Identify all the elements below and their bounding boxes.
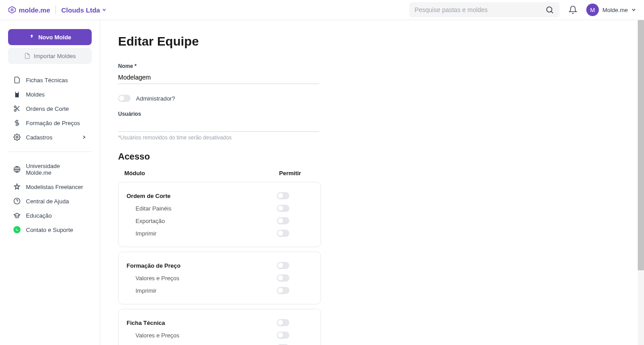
svg-marker-0 — [9, 7, 16, 13]
whatsapp-icon — [13, 226, 21, 233]
sidebar-item-universidade-molde.me[interactable]: Universidade Molde.me — [8, 159, 92, 180]
chevron-right-icon — [82, 135, 86, 139]
svg-line-3 — [551, 11, 553, 13]
module-toggle[interactable] — [277, 332, 289, 339]
module-toggle[interactable] — [277, 230, 289, 237]
module-toggle[interactable] — [277, 192, 289, 199]
col-allow: Permitir — [279, 170, 315, 177]
logo[interactable]: molde.me — [8, 6, 50, 14]
users-field-group: Usuários *Usuários removidos do time ser… — [118, 111, 319, 141]
new-mold-label: Novo Molde — [38, 34, 72, 41]
avatar: M — [586, 4, 599, 16]
sidebar: Novo Molde Importar Moldes Fichas Técnic… — [0, 20, 100, 345]
sidebar-item-educação[interactable]: Educação — [8, 208, 92, 223]
sidebar-item-label: Cadastros — [26, 134, 52, 141]
module-row: Imprimir — [127, 284, 313, 297]
module-child-name: Imprimir — [127, 287, 277, 294]
user-menu[interactable]: M Molde.me — [586, 4, 636, 16]
module-toggle[interactable] — [277, 319, 289, 326]
sidebar-item-label: Educação — [26, 212, 52, 219]
svg-point-4 — [14, 106, 16, 108]
module-toggle[interactable] — [277, 274, 289, 282]
import-molds-button[interactable]: Importar Moldes — [8, 48, 92, 64]
module-name: Formação de Preço — [127, 262, 277, 269]
name-field-group: Nome * — [118, 63, 319, 84]
scrollbar-track[interactable] — [638, 20, 644, 345]
chevron-down-icon — [631, 8, 636, 12]
module-row: Exportação — [127, 215, 313, 227]
svg-point-9 — [16, 136, 18, 138]
header-left: molde.me Clouds Ltda — [8, 6, 106, 14]
module-row: Editar Painéis — [127, 202, 313, 215]
users-hint: *Usuários removidos do time serão desati… — [118, 135, 319, 141]
access-title: Acesso — [118, 151, 626, 162]
module-card: Formação de PreçoValores e PreçosImprimi… — [118, 252, 321, 304]
header-right: M Molde.me — [409, 2, 636, 17]
header: molde.me Clouds Ltda — [0, 0, 644, 20]
logo-text: molde.me — [19, 6, 50, 14]
module-name: Ficha Técnica — [127, 320, 277, 326]
import-icon — [24, 53, 30, 59]
sidebar-item-label: Formação de Preços — [26, 120, 80, 126]
sidebar-item-central-de-ajuda[interactable]: Central de Ajuda — [8, 194, 92, 208]
sidebar-item-modelistas-freelancer[interactable]: Modelistas Freelancer — [8, 180, 92, 194]
sidebar-item-ordens-de-corte[interactable]: Ordens de Corte — [8, 101, 92, 116]
col-module: Módulo — [124, 170, 279, 177]
sidebar-item-contato-e-suporte[interactable]: Contato e Suporte — [8, 223, 92, 237]
sidebar-item-fichas-técnicas[interactable]: Fichas Técnicas — [8, 73, 92, 87]
logo-icon — [8, 6, 16, 14]
svg-point-1 — [11, 9, 13, 11]
module-toggle[interactable] — [277, 262, 289, 269]
search-box[interactable] — [409, 2, 559, 17]
module-row: Valores e Preços — [127, 272, 313, 284]
main-content: Editar Equipe Nome * Administrador? Usuá… — [100, 20, 644, 345]
module-row: Ficha Técnica — [127, 316, 313, 329]
module-row: Imprimir — [127, 341, 313, 345]
page-title: Editar Equipe — [118, 34, 626, 49]
admin-toggle-row: Administrador? — [118, 95, 626, 102]
divider — [55, 6, 56, 14]
notification-icon[interactable] — [568, 5, 577, 14]
search-icon[interactable] — [545, 5, 554, 14]
sidebar-item-moldes[interactable]: Moldes — [8, 87, 92, 101]
svg-point-2 — [547, 7, 552, 12]
new-mold-button[interactable]: Novo Molde — [8, 29, 92, 45]
search-input[interactable] — [415, 6, 545, 13]
module-name: Ordem de Corte — [127, 193, 277, 199]
module-child-name: Editar Painéis — [127, 205, 277, 212]
user-name: Molde.me — [602, 7, 628, 13]
module-row: Valores e Preços — [127, 329, 313, 341]
nav-divider — [8, 151, 92, 152]
sidebar-item-label: Moldes — [26, 91, 45, 98]
sidebar-item-label: Contato e Suporte — [26, 227, 73, 233]
sidebar-item-formação-de-preços[interactable]: Formação de Preços — [8, 116, 92, 130]
admin-toggle[interactable] — [118, 95, 131, 102]
module-child-name: Exportação — [127, 218, 277, 224]
sidebar-item-cadastros[interactable]: Cadastros — [8, 130, 92, 144]
name-input[interactable] — [118, 71, 319, 84]
import-molds-label: Importar Moldes — [34, 53, 76, 59]
sidebar-item-label: Modelistas Freelancer — [26, 184, 83, 190]
sidebar-item-label: Fichas Técnicas — [26, 77, 68, 84]
module-toggle[interactable] — [277, 217, 289, 224]
module-card: Ordem de CorteEditar PainéisExportaçãoIm… — [118, 182, 321, 247]
module-row: Imprimir — [127, 227, 313, 240]
name-label: Nome * — [118, 63, 319, 69]
module-row: Formação de Preço — [127, 259, 313, 272]
company-selector[interactable]: Clouds Ltda — [61, 6, 106, 14]
module-child-name: Valores e Preços — [127, 275, 277, 282]
module-row: Ordem de Corte — [127, 189, 313, 202]
module-toggle[interactable] — [277, 287, 289, 294]
users-input[interactable] — [118, 119, 319, 132]
scrollbar-thumb[interactable] — [638, 20, 644, 270]
table-header: Módulo Permitir — [118, 170, 321, 182]
module-toggle[interactable] — [277, 205, 289, 212]
admin-label: Administrador? — [136, 95, 175, 102]
module-child-name: Valores e Preços — [127, 332, 277, 339]
sidebar-item-label: Central de Ajuda — [26, 198, 69, 205]
chevron-down-icon — [102, 8, 106, 12]
sidebar-item-label: Ordens de Corte — [26, 105, 69, 112]
company-name: Clouds Ltda — [61, 6, 100, 14]
module-card: Ficha TécnicaValores e PreçosImprimir — [118, 309, 321, 345]
svg-point-5 — [14, 109, 16, 111]
